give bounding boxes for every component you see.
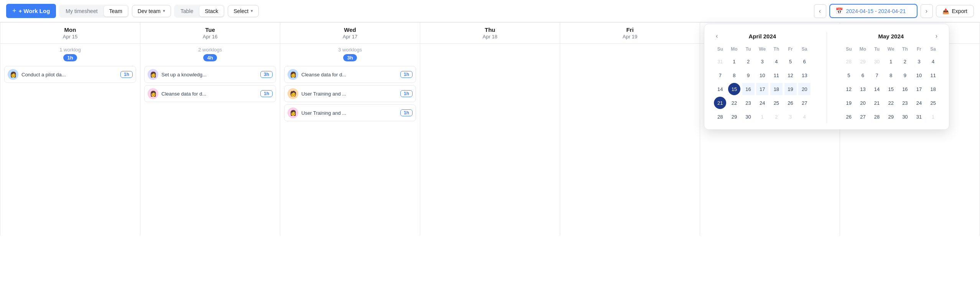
calendar-day[interactable]: 31 (913, 111, 925, 123)
tab-stack[interactable]: Stack (199, 6, 224, 17)
timesheet-tab-group: My timesheet Team (59, 5, 128, 18)
calendar-day[interactable]: 30 (871, 55, 883, 68)
calendar-day[interactable]: 26 (843, 111, 855, 123)
calendar-day[interactable]: 4 (770, 55, 783, 68)
worklog-entry[interactable]: 👩 Set up a knowledg... 3h (144, 66, 276, 83)
calendar-day[interactable]: 6 (857, 69, 869, 81)
calendar-day[interactable]: 31 (714, 55, 726, 68)
avatar: 🧑 (288, 88, 298, 99)
calendar-day[interactable]: 14 (714, 83, 726, 95)
calendar-day[interactable]: 24 (913, 97, 925, 109)
calendar-day[interactable]: 23 (742, 97, 755, 109)
calendar-day[interactable]: 17 (913, 83, 925, 95)
tab-team[interactable]: Team (104, 6, 128, 17)
day-body-tue: 2 worklogs 4h👩 Set up a knowledg... 3h👩 … (140, 44, 280, 236)
select-dropdown[interactable]: Select ▾ (228, 5, 259, 17)
calendar-day[interactable]: 14 (871, 83, 883, 95)
calendar-day[interactable]: 2 (770, 111, 783, 123)
calendar-day[interactable]: 11 (927, 69, 939, 81)
calendar-day[interactable]: 21 (714, 97, 726, 109)
calendar-day[interactable]: 8 (728, 69, 740, 81)
add-worklog-button[interactable]: + + Work Log (6, 4, 56, 18)
calendar-day[interactable]: 8 (885, 69, 897, 81)
may-grid: SuMoTuWeThFrSa28293012345678910111213141… (842, 45, 940, 123)
tab-my-timesheet[interactable]: My timesheet (60, 6, 103, 17)
calendar-day[interactable]: 29 (728, 111, 740, 123)
calendar-day[interactable]: 25 (770, 97, 783, 109)
calendar-day[interactable]: 10 (756, 69, 768, 81)
calendar-day[interactable]: 22 (885, 97, 897, 109)
calendar-day[interactable]: 1 (927, 111, 939, 123)
calendar-day[interactable]: 1 (756, 111, 768, 123)
calendar-day[interactable]: 9 (742, 69, 755, 81)
calendar-day[interactable]: 2 (742, 55, 755, 68)
worklog-entry[interactable]: 👩 Cleanse data for d... 1h (284, 66, 416, 83)
calendar-day[interactable]: 20 (857, 97, 869, 109)
calendar-day[interactable]: 17 (756, 83, 768, 95)
calendar-day[interactable]: 9 (899, 69, 911, 81)
calendar-day[interactable]: 13 (798, 69, 811, 81)
calendar-day[interactable]: 19 (843, 97, 855, 109)
calendar-day[interactable]: 27 (857, 111, 869, 123)
calendar-day[interactable]: 12 (843, 83, 855, 95)
calendar-day[interactable]: 4 (798, 111, 811, 123)
calendar-day[interactable]: 30 (899, 111, 911, 123)
calendar-day[interactable]: 21 (871, 97, 883, 109)
calendar-dow: We (756, 45, 769, 54)
calendar-day[interactable]: 19 (784, 83, 797, 95)
calendar-day[interactable]: 30 (742, 111, 755, 123)
calendar-day[interactable]: 5 (784, 55, 797, 68)
worklog-entry[interactable]: 🧑 User Training and ... 1h (284, 85, 416, 102)
worklog-entry[interactable]: 👩 Cleanse data for d... 1h (144, 85, 276, 102)
calendar-day[interactable]: 16 (899, 83, 911, 95)
calendar-day[interactable]: 29 (885, 111, 897, 123)
may-next-button[interactable]: › (933, 32, 940, 40)
calendar-day[interactable]: 23 (899, 97, 911, 109)
calendar-day[interactable]: 7 (714, 69, 726, 81)
calendar-day[interactable]: 6 (798, 55, 811, 68)
team-dropdown[interactable]: Dev team ▾ (132, 5, 171, 17)
calendar-day[interactable]: 3 (913, 55, 925, 68)
calendar-day[interactable]: 1 (728, 55, 740, 68)
calendar-day[interactable]: 15 (728, 83, 740, 95)
calendar-day[interactable]: 1 (885, 55, 897, 68)
calendar-day[interactable]: 12 (784, 69, 797, 81)
calendar-day[interactable]: 16 (742, 83, 755, 95)
calendar-day[interactable]: 26 (784, 97, 797, 109)
calendar-day[interactable]: 28 (871, 111, 883, 123)
chevron-left-icon: ‹ (819, 8, 821, 15)
worklog-entry[interactable]: 👩 User Training and ... 1h (284, 104, 416, 121)
calendar-dow: Fr (784, 45, 797, 54)
entry-title: User Training and ... (301, 110, 397, 116)
calendar-day[interactable]: 28 (843, 55, 855, 68)
export-button[interactable]: 📤 Export (936, 5, 974, 17)
calendar-day[interactable]: 3 (756, 55, 768, 68)
calendar-day[interactable]: 5 (843, 69, 855, 81)
april-prev-button[interactable]: ‹ (714, 32, 720, 40)
calendar-day[interactable]: 28 (714, 111, 726, 123)
calendar-day[interactable]: 7 (871, 69, 883, 81)
next-week-button[interactable]: › (921, 4, 933, 18)
calendar-day[interactable]: 13 (857, 83, 869, 95)
calendar-day[interactable]: 18 (927, 83, 939, 95)
worklog-entry[interactable]: 👩 Conduct a pilot da... 1h (4, 66, 136, 83)
calendar-day[interactable]: 25 (927, 97, 939, 109)
calendar-day[interactable]: 27 (798, 97, 811, 109)
calendar-day[interactable]: 24 (756, 97, 768, 109)
calendar-day[interactable]: 10 (913, 69, 925, 81)
entry-title: Cleanse data for d... (161, 91, 257, 97)
date-range-picker[interactable]: 📅 2024-04-15 - 2024-04-21 (829, 4, 918, 18)
prev-week-button[interactable]: ‹ (814, 4, 826, 18)
calendar-day[interactable]: 18 (770, 83, 783, 95)
calendar-dow: Sa (798, 45, 811, 54)
tab-table[interactable]: Table (175, 6, 199, 17)
calendar-day[interactable]: 3 (784, 111, 797, 123)
calendar-day[interactable]: 29 (857, 55, 869, 68)
calendar-day[interactable]: 20 (798, 83, 811, 95)
calendar-day[interactable]: 4 (927, 55, 939, 68)
calendar-day[interactable]: 15 (885, 83, 897, 95)
team-dropdown-label: Dev team (138, 8, 161, 14)
calendar-day[interactable]: 11 (770, 69, 783, 81)
calendar-day[interactable]: 22 (728, 97, 740, 109)
calendar-day[interactable]: 2 (899, 55, 911, 68)
